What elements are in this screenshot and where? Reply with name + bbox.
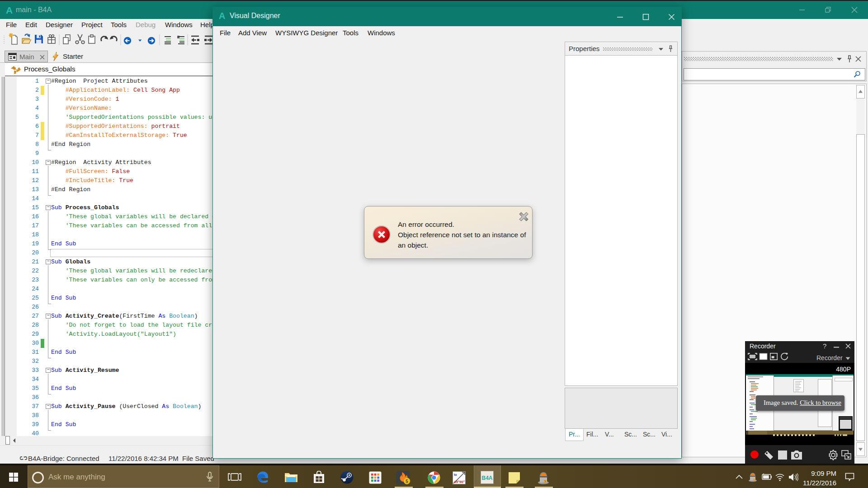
svg-text:B4A: B4A <box>481 475 492 481</box>
svg-text:to: to <box>454 473 457 476</box>
svg-text:5: 5 <box>406 479 408 484</box>
svg-text:45°90°: 45°90° <box>454 480 465 484</box>
